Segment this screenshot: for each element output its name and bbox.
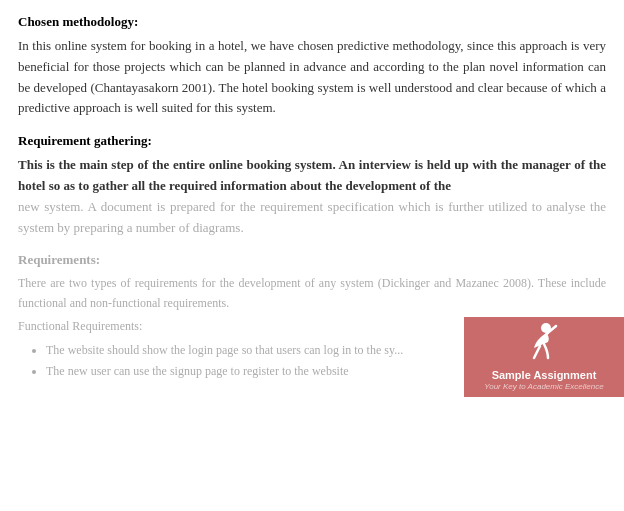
chosen-methodology-heading: Chosen methodology: [18, 14, 606, 30]
requirements-heading: Requirements: [18, 252, 606, 268]
requirement-gathering-faded: new system. A document is prepared for t… [18, 199, 606, 235]
requirement-gathering-section: Requirement gathering: This is the main … [18, 133, 606, 238]
requirement-gathering-bold: This is the main step of the entire onli… [18, 157, 606, 193]
watermark-overlay: Sample Assignment Your Key to Academic E… [464, 317, 624, 397]
page-content: Chosen methodology: In this online syste… [0, 0, 624, 397]
requirement-gathering-paragraph: This is the main step of the entire onli… [18, 155, 606, 238]
chosen-methodology-paragraph: In this online system for booking in a h… [18, 36, 606, 119]
requirement-gathering-heading: Requirement gathering: [18, 133, 606, 149]
watermark-subtitle: Your Key to Academic Excellence [484, 382, 603, 392]
watermark-title: Sample Assignment [492, 369, 597, 382]
chosen-methodology-section: Chosen methodology: In this online syste… [18, 14, 606, 119]
watermark-icon [526, 322, 562, 367]
requirements-paragraph: There are two types of requirements for … [18, 274, 606, 312]
